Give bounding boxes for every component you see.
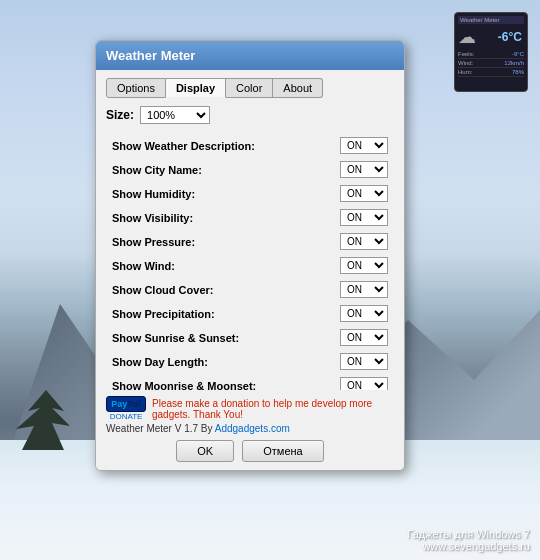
paypal-label: PayPal (106, 396, 146, 412)
setting-sunrise-sunset: Show Sunrise & Sunset: ONOFF (112, 326, 388, 350)
paypal-button[interactable]: PayPal DONATE (106, 396, 146, 421)
ok-button[interactable]: OK (176, 440, 234, 462)
select-pressure[interactable]: ONOFF (340, 233, 388, 250)
select-moonrise-moonset[interactable]: ONOFF (340, 377, 388, 390)
setting-city-name: Show City Name: ONOFF (112, 158, 388, 182)
widget-title: Weather Meter (460, 17, 500, 23)
widget-row: Feels:-9°C (458, 50, 524, 59)
bottom-text: Гаджеты для Windows 7 www.sevengadgets.r… (407, 528, 530, 552)
widget-thumbnail: Weather Meter ☁ -6°C Feels:-9°C Wind:12k… (454, 12, 528, 92)
version-text: Weather Meter V 1.7 By Addgadgets.com (106, 423, 394, 434)
select-cloud-cover[interactable]: ONOFF (340, 281, 388, 298)
select-precipitation[interactable]: ONOFF (340, 305, 388, 322)
settings-scroll-area[interactable]: Show Weather Description: ONOFF Show Cit… (106, 130, 394, 390)
setting-weather-description: Show Weather Description: ONOFF (112, 134, 388, 158)
bottom-line2: www.sevengadgets.ru (407, 540, 530, 552)
size-row: Size: 100% 75% 125% 150% (106, 106, 394, 124)
widget-row: Hum:78% (458, 68, 524, 77)
setting-wind: Show Wind: ONOFF (112, 254, 388, 278)
settings-list: Show Weather Description: ONOFF Show Cit… (106, 130, 394, 390)
tab-options[interactable]: Options (106, 78, 166, 98)
tab-bar: Options Display Color About (106, 78, 394, 98)
dialog-title: Weather Meter (106, 48, 195, 63)
select-humidity[interactable]: ONOFF (340, 185, 388, 202)
setting-moonrise-moonset: Show Moonrise & Moonset: ONOFF (112, 374, 388, 390)
donate-label[interactable]: DONATE (110, 412, 143, 421)
buttons-row: OK Отмена (106, 440, 394, 462)
select-city-name[interactable]: ONOFF (340, 161, 388, 178)
tab-color[interactable]: Color (226, 78, 273, 98)
setting-precipitation: Show Precipitation: ONOFF (112, 302, 388, 326)
select-sunrise-sunset[interactable]: ONOFF (340, 329, 388, 346)
cancel-button[interactable]: Отмена (242, 440, 323, 462)
donate-message: Please make a donation to help me develo… (152, 398, 394, 420)
setting-day-length: Show Day Length: ONOFF (112, 350, 388, 374)
tab-display[interactable]: Display (166, 78, 226, 98)
select-weather-description[interactable]: ONOFF (340, 137, 388, 154)
setting-humidity: Show Humidity: ONOFF (112, 182, 388, 206)
widget-cloud-icon: ☁ (458, 26, 476, 48)
bottom-line1: Гаджеты для Windows 7 (407, 528, 530, 540)
select-visibility[interactable]: ONOFF (340, 209, 388, 226)
dialog-titlebar: Weather Meter (96, 41, 404, 70)
setting-pressure: Show Pressure: ONOFF (112, 230, 388, 254)
addgadgets-link[interactable]: Addgadgets.com (215, 423, 290, 434)
tab-about[interactable]: About (273, 78, 323, 98)
setting-cloud-cover: Show Cloud Cover: ONOFF (112, 278, 388, 302)
settings-dialog: Weather Meter Options Display Color Abou… (95, 40, 405, 471)
dialog-body: Options Display Color About Size: 100% 7… (96, 70, 404, 470)
size-label: Size: (106, 108, 134, 122)
setting-visibility: Show Visibility: ONOFF (112, 206, 388, 230)
select-day-length[interactable]: ONOFF (340, 353, 388, 370)
widget-temp: -6°C (498, 30, 524, 44)
donate-row: PayPal DONATE Please make a donation to … (106, 396, 394, 421)
settings-scroll-wrapper: Show Weather Description: ONOFF Show Cit… (106, 130, 394, 390)
size-select[interactable]: 100% 75% 125% 150% (140, 106, 210, 124)
widget-row: Wind:12km/h (458, 59, 524, 68)
select-wind[interactable]: ONOFF (340, 257, 388, 274)
widget-rows: Feels:-9°C Wind:12km/h Hum:78% (458, 50, 524, 77)
widget-header: Weather Meter (458, 16, 524, 24)
